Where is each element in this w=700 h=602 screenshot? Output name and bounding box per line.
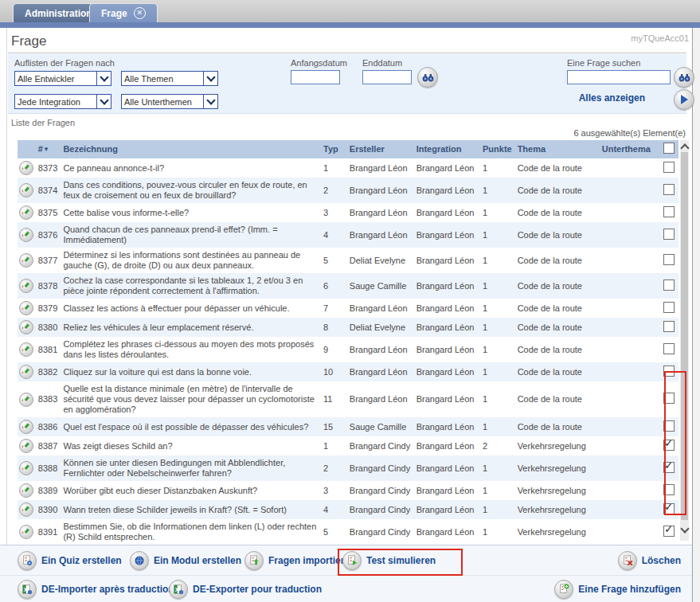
edit-pencil-button[interactable]: [19, 525, 33, 539]
row-checkbox[interactable]: [663, 366, 675, 377]
edit-pencil-button[interactable]: [19, 253, 33, 268]
question-ersteller: Brangard Cindy: [348, 500, 415, 519]
scrollbar-thumb[interactable]: [681, 152, 688, 520]
row-checkbox[interactable]: [663, 440, 675, 451]
row-checkbox[interactable]: [663, 393, 675, 404]
question-ersteller: Brangard Léon: [348, 337, 415, 362]
edit-pencil-button[interactable]: [19, 461, 33, 475]
question-id: 8375: [37, 203, 62, 222]
row-checkbox[interactable]: [663, 184, 675, 195]
create-quiz-button[interactable]: Ein Quiz erstellen: [18, 551, 122, 570]
row-checkbox[interactable]: [663, 343, 675, 354]
de-import-button[interactable]: X DE-Importer après traduction: [18, 580, 174, 599]
table-scrollbar[interactable]: [680, 140, 689, 541]
edit-pencil-button[interactable]: [19, 161, 33, 175]
scroll-up-icon[interactable]: [680, 143, 689, 152]
row-checkbox[interactable]: [663, 229, 675, 240]
row-checkbox[interactable]: [663, 526, 675, 537]
add-question-button[interactable]: Eine Frage hinzufügen: [554, 580, 681, 599]
start-date-input[interactable]: [291, 70, 340, 84]
theme-filter-select[interactable]: Alle Themen: [121, 71, 218, 86]
header-bezeichnung[interactable]: Bezeichnung: [61, 140, 322, 158]
subtheme-filter-select[interactable]: Alle Unterthemen: [121, 94, 218, 109]
edit-pencil-button[interactable]: [19, 205, 33, 220]
row-checkbox[interactable]: [663, 254, 675, 265]
chevron-down-icon[interactable]: [203, 95, 217, 108]
import-icon: [244, 551, 264, 570]
simulate-test-label: Test simulieren: [366, 555, 436, 566]
table-row: 8382 Cliquez sur la voiture qui est dans…: [18, 362, 678, 381]
chevron-down-icon[interactable]: [96, 95, 111, 108]
search-question-button[interactable]: [674, 67, 694, 88]
create-quiz-label: Ein Quiz erstellen: [41, 555, 122, 566]
edit-pencil-button[interactable]: [19, 279, 33, 293]
chevron-down-icon[interactable]: [203, 72, 217, 85]
question-typ: 2: [322, 178, 348, 203]
integration-filter-select[interactable]: Jede Integration: [14, 94, 111, 109]
import-questions-button[interactable]: Fragen importieren: [244, 551, 355, 570]
developer-filter-select[interactable]: Alle Entwickler: [14, 71, 111, 86]
question-punkte: 1: [481, 203, 516, 222]
question-integration: Brangard Léon: [415, 203, 481, 222]
excel-export-icon: X: [169, 580, 188, 599]
chevron-down-icon[interactable]: [96, 72, 111, 85]
edit-pencil-button[interactable]: [19, 365, 33, 379]
create-module-button[interactable]: Ein Modul erstellen: [130, 551, 241, 570]
edit-pencil-button[interactable]: [19, 320, 33, 334]
edit-pencil-button[interactable]: [19, 483, 33, 498]
close-icon[interactable]: ✕: [134, 7, 146, 19]
table-row: 8380 Reliez les véhicules à leur emplace…: [18, 318, 678, 337]
show-all-link[interactable]: Alles anzeigen: [579, 92, 645, 104]
edit-pencil-button[interactable]: [19, 342, 33, 357]
row-checkbox[interactable]: [663, 321, 675, 332]
question-integration: Brangard Léon: [415, 417, 481, 436]
simulate-test-button[interactable]: Test simulieren: [342, 551, 436, 570]
question-punkte: 1: [481, 417, 516, 436]
edit-pencil-button[interactable]: [19, 393, 33, 407]
search-question-input[interactable]: [567, 70, 671, 84]
scroll-down-icon[interactable]: [680, 524, 689, 533]
show-all-button[interactable]: [674, 89, 694, 110]
table-row: 8391 Bestimmen Sie, ob die Informationen…: [18, 519, 678, 545]
header-id[interactable]: #▼: [37, 140, 62, 158]
header-thema[interactable]: Thema: [516, 140, 600, 158]
header-ersteller[interactable]: Ersteller: [348, 140, 415, 158]
row-checkbox[interactable]: [663, 162, 675, 173]
row-checkbox[interactable]: [663, 280, 675, 291]
end-date-input[interactable]: [362, 70, 412, 84]
edit-pencil-button[interactable]: [19, 439, 33, 453]
question-id: 8373: [37, 158, 62, 178]
row-checkbox[interactable]: [663, 206, 675, 217]
question-punkte: 2: [481, 436, 516, 455]
header-integration[interactable]: Integration: [415, 140, 481, 158]
question-thema: Code de la route: [516, 222, 600, 248]
edit-pencil-button[interactable]: [19, 301, 33, 315]
row-checkbox[interactable]: [663, 302, 675, 313]
header-punkte[interactable]: Punkte: [481, 140, 516, 158]
table-row: 8379 Classez les actions à effectuer pou…: [18, 299, 678, 318]
edit-pencil-button[interactable]: [19, 183, 33, 197]
edit-pencil-button[interactable]: [19, 420, 33, 434]
simulate-icon: [342, 551, 362, 570]
row-checkbox[interactable]: [663, 484, 675, 495]
developer-filter-value: Alle Entwickler: [15, 74, 96, 84]
binoculars-icon: [422, 73, 434, 82]
select-all-checkbox[interactable]: [663, 143, 675, 154]
pencil-icon: [22, 256, 30, 264]
question-punkte: 1: [481, 337, 516, 362]
question-ersteller: Brangard Cindy: [348, 519, 415, 545]
edit-pencil-button[interactable]: [19, 502, 33, 517]
header-unterthema[interactable]: Unterthema: [600, 140, 660, 158]
edit-pencil-button[interactable]: [19, 228, 33, 242]
tab-frage[interactable]: Frage ✕: [89, 3, 158, 22]
row-checkbox[interactable]: [663, 420, 675, 432]
question-text: Ce panneau annonce-t-il?: [61, 158, 322, 178]
question-id: 8379: [37, 299, 62, 318]
header-typ[interactable]: Typ: [322, 140, 348, 158]
de-export-button[interactable]: X DE-Exporter pour traduction: [169, 580, 322, 599]
question-punkte: 1: [481, 381, 516, 417]
row-checkbox[interactable]: [663, 503, 675, 514]
delete-button[interactable]: Löschen: [618, 551, 681, 570]
row-checkbox[interactable]: [663, 462, 675, 473]
date-search-button[interactable]: [417, 67, 438, 88]
